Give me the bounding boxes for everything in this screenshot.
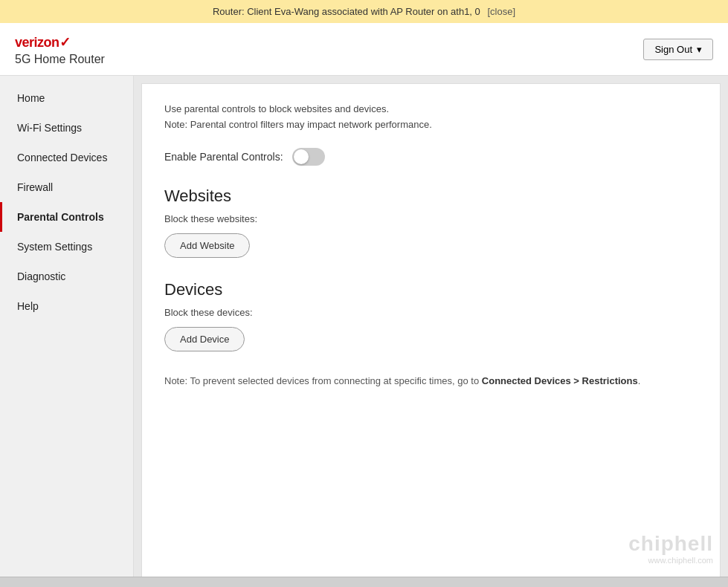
sidebar-item-home[interactable]: Home [0,83,133,113]
watermark-site: www.chiphell.com [628,556,713,565]
add-device-button[interactable]: Add Device [164,327,245,351]
enable-label: Enable Parental Controls: [164,151,283,163]
toggle-knob [294,149,309,164]
info-line2: Note: Parental control filters may impac… [164,117,698,133]
sidebar-item-wifi-settings[interactable]: Wi-Fi Settings [0,113,133,143]
scrollbar[interactable] [0,577,728,587]
sidebar: Home Wi-Fi Settings Connected Devices Fi… [0,76,134,587]
info-text: Use parental controls to block websites … [164,102,698,133]
info-line1: Use parental controls to block websites … [164,102,698,117]
sidebar-item-parental-controls[interactable]: Parental Controls [0,202,133,232]
block-devices-label: Block these devices: [164,307,698,318]
sidebar-item-firewall[interactable]: Firewall [0,172,133,202]
content-area: Use parental controls to block websites … [141,83,721,587]
notification-close[interactable]: [close] [487,6,515,17]
sidebar-item-diagnostic[interactable]: Diagnostic [0,262,133,291]
notification-message: Router: Client Eva-Wang associated with … [213,6,480,17]
header: verizon✓ 5G Home Router Sign Out ▾ [0,23,728,76]
sidebar-item-help[interactable]: Help [0,291,133,321]
main-layout: Home Wi-Fi Settings Connected Devices Fi… [0,76,728,587]
sidebar-item-system-settings[interactable]: System Settings [0,232,133,262]
watermark: chiphell www.chiphell.com [628,532,713,565]
sign-out-button[interactable]: Sign Out ▾ [643,39,713,60]
sign-out-label: Sign Out [654,44,692,55]
websites-title: Websites [164,187,698,206]
devices-title: Devices [164,280,698,299]
block-websites-label: Block these websites: [164,213,698,224]
app-title: 5G Home Router [15,53,105,66]
logo-checkmark: ✓ [59,35,71,50]
enable-parental-controls-row: Enable Parental Controls: [164,148,698,166]
dropdown-icon: ▾ [697,44,702,55]
verizon-logo: verizon✓ [15,32,105,51]
logo-text: verizon [15,35,59,50]
notification-bar: Router: Client Eva-Wang associated with … [0,0,728,23]
bottom-note-prefix: Note: To prevent selected devices from c… [164,375,482,386]
websites-section: Websites Block these websites: Add Websi… [164,187,698,258]
bottom-note-suffix: . [638,375,641,386]
sidebar-item-connected-devices[interactable]: Connected Devices [0,143,133,172]
bottom-note: Note: To prevent selected devices from c… [164,374,698,389]
parental-controls-toggle[interactable] [292,148,325,166]
devices-section: Devices Block these devices: Add Device [164,280,698,351]
add-website-button[interactable]: Add Website [164,233,250,258]
logo-area: verizon✓ 5G Home Router [15,32,105,66]
bottom-note-link: Connected Devices > Restrictions [482,375,638,386]
